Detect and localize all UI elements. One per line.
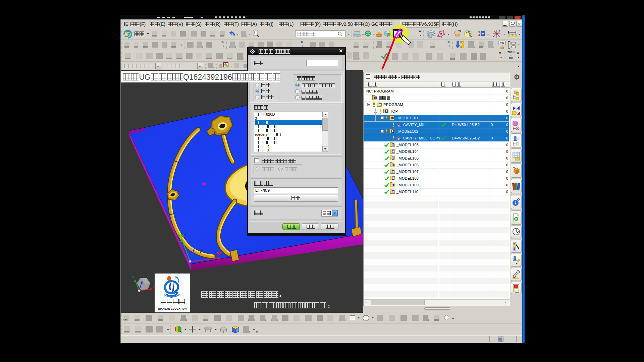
svg-text:YM: YM (178, 234, 184, 238)
svg-text:+: + (510, 42, 512, 45)
svg-text:Y: Y (132, 276, 135, 280)
svg-text:FIN: FIN (500, 42, 504, 45)
svg-text:i: i (515, 200, 516, 205)
svg-text:XM: XM (216, 251, 222, 256)
